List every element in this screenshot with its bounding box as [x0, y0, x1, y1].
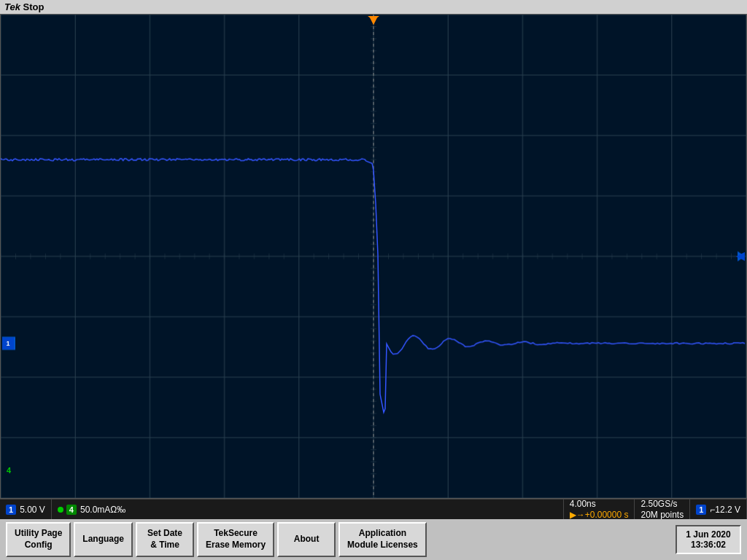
sample-rate-value: 2.50GS/s	[640, 499, 684, 509]
ch4-marker: 4	[7, 466, 11, 475]
time-div-value: 4.00ns	[570, 499, 629, 509]
application-module-licenses-button[interactable]: ApplicationModule Licenses	[338, 522, 427, 557]
utility-page-config-button[interactable]: Utility PageConfig	[6, 522, 71, 557]
teksecure-erase-memory-button[interactable]: TekSecureErase Memory	[197, 522, 274, 557]
ch1-status: 1 5.00 V	[0, 499, 52, 519]
trig-level-value: 12.2 V	[715, 505, 740, 515]
about-button[interactable]: About	[277, 522, 336, 557]
date-line: 1 Jun 2020	[684, 529, 732, 540]
oscilloscope-display: Tek Stop 1 4 1 5.00 V 4 50.0mA Ω‰ 4.00ns…	[0, 0, 747, 560]
brand-label: Tek Stop	[4, 1, 44, 12]
ch1-marker: 1	[2, 338, 14, 349]
ch4-dot	[58, 507, 63, 513]
time-line: 13:36:02	[684, 540, 732, 550]
button-bar: Utility PageConfig Language Set Date& Ti…	[0, 519, 747, 560]
trig-symbol: ⌐	[710, 505, 715, 515]
waveform-area: 1 4	[0, 14, 747, 499]
points-value: 20M points	[640, 510, 684, 520]
ch4-value: 50.0mA	[80, 505, 110, 515]
title-bar: Tek Stop	[0, 0, 747, 14]
sample-rate-status: 2.50GS/s 20M points	[635, 499, 690, 519]
status-bar: 1 5.00 V 4 50.0mA Ω‰ 4.00ns ▶→+0.00000 s…	[0, 499, 747, 519]
set-date-time-button[interactable]: Set Date& Time	[136, 522, 194, 557]
ch4-units: Ω‰	[110, 505, 125, 515]
trig-badge: 1	[696, 505, 706, 515]
time-div-status: 4.00ns ▶→+0.00000 s	[564, 499, 635, 519]
sample-info: 2.50GS/s 20M points	[640, 499, 684, 520]
ch1-value: 5.00 V	[20, 505, 45, 515]
time-info: 4.00ns ▶→+0.00000 s	[570, 499, 629, 520]
spacer1: 4 50.0mA Ω‰	[52, 499, 564, 519]
ch4-badge: 4	[66, 505, 77, 515]
datetime-display: 1 Jun 2020 13:36:02	[676, 525, 741, 554]
waveform-canvas	[1, 15, 746, 498]
trigger-time-value: ▶→+0.00000 s	[570, 510, 629, 520]
ch1-badge: 1	[6, 505, 16, 515]
language-button[interactable]: Language	[74, 522, 133, 557]
trig-level-status: 1 ⌐ 12.2 V	[690, 499, 747, 519]
